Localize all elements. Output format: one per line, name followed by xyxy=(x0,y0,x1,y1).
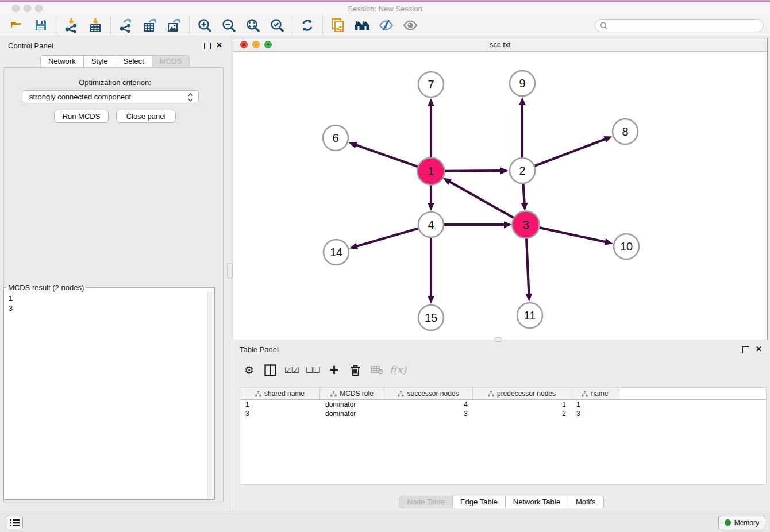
table-row[interactable]: 3dominator323 xyxy=(240,409,766,418)
refresh-layout-icon[interactable] xyxy=(295,16,319,34)
mcds-result-line: 1 xyxy=(9,294,208,303)
tab-select[interactable]: Select xyxy=(116,55,152,68)
float-panel-icon[interactable] xyxy=(204,43,211,49)
unselect-all-columns-icon[interactable]: ☐☐ xyxy=(302,361,324,379)
window-title: Session: New Session xyxy=(0,5,770,13)
edge-arrowhead xyxy=(428,296,434,304)
horizontal-splitter-grip[interactable] xyxy=(494,337,502,342)
houses-icon[interactable] xyxy=(350,16,374,34)
import-network-icon[interactable] xyxy=(59,16,83,34)
edge-arrowhead xyxy=(428,203,434,211)
task-history-button[interactable] xyxy=(6,516,23,529)
tab-edge-table[interactable]: Edge Table xyxy=(453,496,506,508)
import-table-icon[interactable] xyxy=(83,16,107,34)
control-panel-title: Control Panel xyxy=(8,41,53,50)
edge-2-8[interactable] xyxy=(535,138,607,165)
show-graphics-details-icon[interactable] xyxy=(398,16,422,34)
edge-arrowhead xyxy=(603,136,612,142)
column-header-shared-name[interactable]: shared name xyxy=(240,388,320,399)
export-table-icon[interactable] xyxy=(138,16,162,34)
close-panel-button[interactable]: Close panel xyxy=(116,110,176,123)
edge-3-1[interactable] xyxy=(448,181,514,218)
table-settings-gear-icon[interactable]: ⚙ xyxy=(238,361,260,379)
edge-3-10[interactable] xyxy=(538,228,606,242)
edge-1-6[interactable] xyxy=(355,145,418,167)
zoom-out-icon[interactable] xyxy=(217,16,241,34)
cell[interactable]: 4 xyxy=(384,400,473,409)
tab-network[interactable]: Network xyxy=(40,55,84,68)
node-table[interactable]: shared nameMCDS rolesuccessor nodesprede… xyxy=(240,387,767,485)
edge-2-3[interactable] xyxy=(523,184,524,205)
edge-arrowhead xyxy=(349,243,358,250)
zoom-selected-icon[interactable] xyxy=(265,16,289,34)
attribute-tree-icon xyxy=(582,391,588,397)
column-header-successor-nodes[interactable]: successor nodes xyxy=(384,388,473,399)
cell[interactable]: 1 xyxy=(571,400,619,409)
close-panel-icon[interactable]: ✕ xyxy=(216,41,222,49)
tab-style[interactable]: Style xyxy=(84,55,116,68)
tab-motifs[interactable]: Motifs xyxy=(568,496,604,508)
function-builder-icon: f(x) xyxy=(387,361,409,379)
run-mcds-button[interactable]: Run MCDS xyxy=(54,110,109,123)
table-tabs: Node TableEdge TableNetwork TableMotifs xyxy=(233,496,770,508)
open-session-icon[interactable] xyxy=(5,16,29,34)
zoom-in-icon[interactable] xyxy=(192,16,217,34)
control-panel-tabs: NetworkStyleSelectMCDS xyxy=(0,55,230,68)
float-table-panel-icon[interactable] xyxy=(742,346,749,353)
mcds-result-lines[interactable]: 13 xyxy=(4,292,208,499)
save-session-icon[interactable] xyxy=(29,16,53,34)
edge-1-2[interactable] xyxy=(444,171,502,171)
vertical-splitter-grip[interactable] xyxy=(227,263,233,278)
tab-network-table[interactable]: Network Table xyxy=(506,496,568,508)
close-table-panel-icon[interactable]: ✕ xyxy=(756,345,762,353)
delete-columns-icon[interactable] xyxy=(345,361,366,379)
cell[interactable]: 3 xyxy=(571,409,619,418)
edge-arrowhead xyxy=(519,97,526,105)
edge-arrowhead xyxy=(349,142,357,148)
result-scrollbar[interactable] xyxy=(207,292,214,499)
cell[interactable]: 3 xyxy=(240,409,320,418)
list-icon xyxy=(10,519,20,527)
cell[interactable]: 2 xyxy=(473,409,571,418)
node-label-4: 4 xyxy=(428,218,434,231)
copy-network-icon[interactable] xyxy=(326,16,350,34)
cell[interactable]: dominator xyxy=(320,400,384,409)
node-label-7: 7 xyxy=(428,78,434,91)
network-window-titlebar[interactable]: ✕ − + scc.txt xyxy=(233,38,767,52)
node-label-1: 1 xyxy=(428,165,434,178)
search-box[interactable] xyxy=(595,19,764,32)
cell[interactable]: 1 xyxy=(473,400,571,409)
edge-arrowhead xyxy=(605,238,613,245)
status-bar: Memory xyxy=(0,512,770,532)
criterion-dropdown[interactable]: strongly connected component xyxy=(22,90,199,103)
node-label-10: 10 xyxy=(620,240,633,253)
memory-button[interactable]: Memory xyxy=(718,516,765,529)
table-panel: Table Panel ✕ ⚙ ☑☑ ☐☐ + f(x) shared name… xyxy=(233,342,770,512)
add-column-icon[interactable]: + xyxy=(324,361,345,379)
attribute-tree-icon xyxy=(488,391,494,397)
toggle-column-panel-icon[interactable] xyxy=(260,361,281,379)
tab-node-table[interactable]: Node Table xyxy=(399,496,453,508)
cell[interactable]: dominator xyxy=(320,409,384,418)
export-image-icon[interactable] xyxy=(162,16,186,34)
network-canvas[interactable]: 7968124314101511 xyxy=(233,51,767,340)
table-panel-title: Table Panel xyxy=(240,345,279,354)
edge-3-11[interactable] xyxy=(526,238,529,295)
export-network-icon[interactable] xyxy=(114,16,138,34)
search-input[interactable] xyxy=(608,20,763,32)
memory-label: Memory xyxy=(734,519,759,527)
mcds-result-box: MCDS result (2 nodes) 13 xyxy=(3,283,215,500)
column-header-name[interactable]: name xyxy=(571,388,619,399)
edge-4-14[interactable] xyxy=(356,228,418,246)
column-header-MCDS-role[interactable]: MCDS role xyxy=(320,388,384,399)
node-label-11: 11 xyxy=(524,309,536,322)
zoom-fit-icon[interactable] xyxy=(241,16,265,34)
hide-graphics-details-icon[interactable] xyxy=(374,16,398,34)
cell[interactable]: 3 xyxy=(384,409,473,418)
table-row[interactable]: 1dominator411 xyxy=(240,400,766,409)
network-view-window: ✕ − + scc.txt 7968124314101511 xyxy=(233,38,768,340)
tab-mcds[interactable]: MCDS xyxy=(152,55,190,68)
column-header-predecessor-nodes[interactable]: predecessor nodes xyxy=(473,388,571,399)
select-all-columns-icon[interactable]: ☑☑ xyxy=(281,361,302,379)
cell[interactable]: 1 xyxy=(240,400,320,409)
